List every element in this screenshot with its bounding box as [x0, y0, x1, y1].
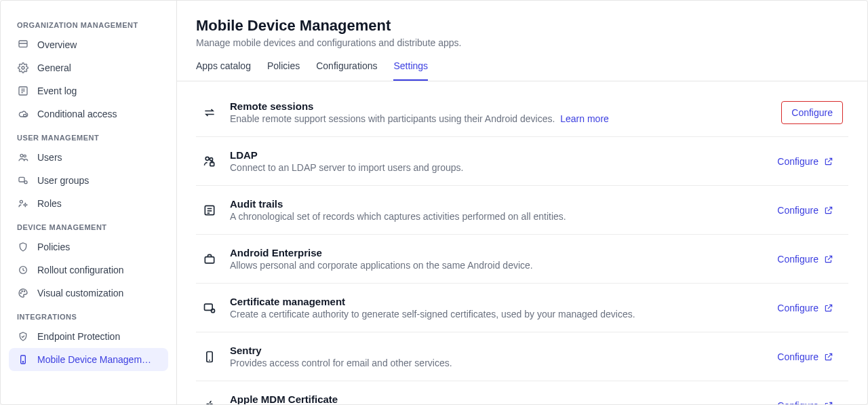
setting-title: Sentry [230, 345, 755, 356]
setting-ldap: LDAP Connect to an LDAP server to import… [196, 137, 848, 186]
setting-android-enterprise: Android Enterprise Allows personal and c… [196, 235, 848, 284]
roles-icon [17, 197, 29, 210]
tab-configurations[interactable]: Configurations [316, 60, 377, 81]
svg-point-19 [22, 362, 23, 362]
cloud-lock-icon [17, 108, 29, 120]
nav-roles[interactable]: Roles [9, 192, 168, 215]
button-label: Configure [777, 303, 818, 313]
page-header: Mobile Device Management Manage mobile d… [177, 1, 867, 48]
setting-body: Audit trails A chronological set of reco… [230, 198, 755, 222]
setting-body: Certificate management Create a certific… [230, 296, 755, 320]
tab-apps-catalog[interactable]: Apps catalog [196, 60, 251, 81]
setting-sentry: Sentry Provides access control for email… [196, 332, 848, 381]
tab-settings[interactable]: Settings [393, 60, 428, 81]
svg-point-15 [20, 292, 21, 293]
list-icon [17, 85, 29, 97]
briefcase-icon [201, 251, 218, 267]
cert-icon [201, 300, 218, 316]
external-link-icon [824, 157, 833, 166]
external-link-icon [824, 352, 833, 362]
nav-label: User groups [37, 175, 89, 186]
nav-rollout-config[interactable]: Rollout configuration [9, 258, 168, 282]
svg-rect-27 [205, 256, 214, 263]
setting-apple-mdm: Apple MDM Certificate Apple requires you… [196, 381, 848, 404]
setting-body: Sentry Provides access control for email… [230, 345, 755, 368]
tab-policies[interactable]: Policies [267, 60, 300, 81]
external-link-icon [824, 303, 833, 313]
svg-point-21 [210, 157, 212, 160]
nav-general[interactable]: General [9, 56, 168, 79]
swap-icon [201, 104, 218, 121]
nav-label: Policies [37, 242, 70, 252]
page-title: Mobile Device Management [196, 17, 848, 35]
configure-button-remote-sessions[interactable]: Configure [781, 101, 843, 124]
svg-point-9 [24, 155, 26, 157]
setting-desc: Create a certificate authority to genera… [230, 309, 755, 320]
nav-label: Overview [37, 39, 77, 50]
sidebar-section: DEVICE MANAGEMENT Policies Rollout confi… [9, 215, 168, 305]
user-group-icon [17, 174, 29, 187]
setting-title: Apple MDM Certificate [230, 393, 755, 404]
sidebar-section: ORGANIZATION MANAGEMENT Overview General… [9, 13, 168, 126]
configure-button-android[interactable]: Configure [768, 248, 843, 270]
svg-rect-10 [19, 177, 24, 182]
external-link-icon [824, 254, 833, 264]
configure-button-audit[interactable]: Configure [768, 199, 843, 221]
svg-rect-0 [19, 41, 27, 47]
configure-button-ldap[interactable]: Configure [768, 151, 843, 172]
setting-remote-sessions: Remote sessions Enable remote support se… [196, 88, 848, 137]
external-link-icon [824, 206, 833, 215]
rollout-icon [17, 264, 29, 276]
nav-endpoint-protection[interactable]: Endpoint Protection [9, 325, 168, 348]
configure-button-sentry[interactable]: Configure [768, 346, 843, 368]
svg-point-29 [212, 309, 215, 312]
nav-users[interactable]: Users [9, 146, 168, 169]
setting-title: Remote sessions [230, 100, 769, 112]
setting-desc-text: Enable remote support sessions with part… [230, 113, 555, 124]
nav-label: General [37, 62, 71, 73]
users-icon [17, 151, 29, 163]
section-label-integrations: INTEGRATIONS [9, 305, 168, 325]
setting-desc: Provides access control for email and ot… [230, 358, 755, 368]
nav-visual-customization[interactable]: Visual customization [9, 282, 168, 305]
configure-button-cert[interactable]: Configure [768, 297, 843, 319]
nav-user-groups[interactable]: User groups [9, 169, 168, 192]
setting-body: Android Enterprise Allows personal and c… [230, 247, 755, 271]
nav-label: Rollout configuration [37, 265, 124, 275]
svg-point-13 [24, 204, 26, 206]
palette-icon [17, 287, 29, 299]
svg-point-2 [22, 66, 24, 69]
learn-more-link[interactable]: Learn more [560, 113, 609, 124]
button-label: Configure [777, 205, 818, 216]
configure-button-apple[interactable]: Configure [768, 395, 843, 405]
nav-policies[interactable]: Policies [9, 235, 168, 258]
page-subtitle: Manage mobile devices and configurations… [196, 37, 848, 48]
svg-point-17 [24, 291, 24, 292]
svg-point-16 [22, 291, 22, 292]
dashboard-icon [17, 39, 29, 51]
nav-label: Visual customization [37, 288, 123, 298]
svg-point-8 [20, 154, 23, 157]
phone-icon [201, 349, 218, 365]
nav-conditional-access[interactable]: Conditional access [9, 102, 168, 126]
setting-audit-trails: Audit trails A chronological set of reco… [196, 186, 848, 235]
shield-doc-icon [17, 241, 29, 253]
setting-desc: Allows personal and corporate applicatio… [230, 260, 755, 271]
nav-label: Mobile Device Managem… [37, 354, 151, 365]
setting-body: Apple MDM Certificate Apple requires you… [230, 393, 755, 404]
setting-desc: Enable remote support sessions with part… [230, 113, 769, 124]
nav-label: Endpoint Protection [37, 331, 120, 342]
shield-check-icon [17, 330, 29, 343]
setting-desc: Connect to an LDAP server to import user… [230, 162, 755, 173]
nav-mobile-device-management[interactable]: Mobile Device Managem… [9, 348, 168, 371]
button-label: Configure [777, 400, 818, 405]
section-label-user: USER MANAGEMENT [9, 126, 168, 146]
main-content: Mobile Device Management Manage mobile d… [177, 1, 867, 404]
button-label: Configure [777, 156, 818, 167]
nav-label: Conditional access [37, 109, 117, 119]
nav-overview[interactable]: Overview [9, 33, 168, 56]
mdm-icon [17, 353, 29, 366]
nav-event-log[interactable]: Event log [9, 79, 168, 102]
svg-point-11 [24, 181, 27, 184]
apple-icon [201, 398, 218, 405]
